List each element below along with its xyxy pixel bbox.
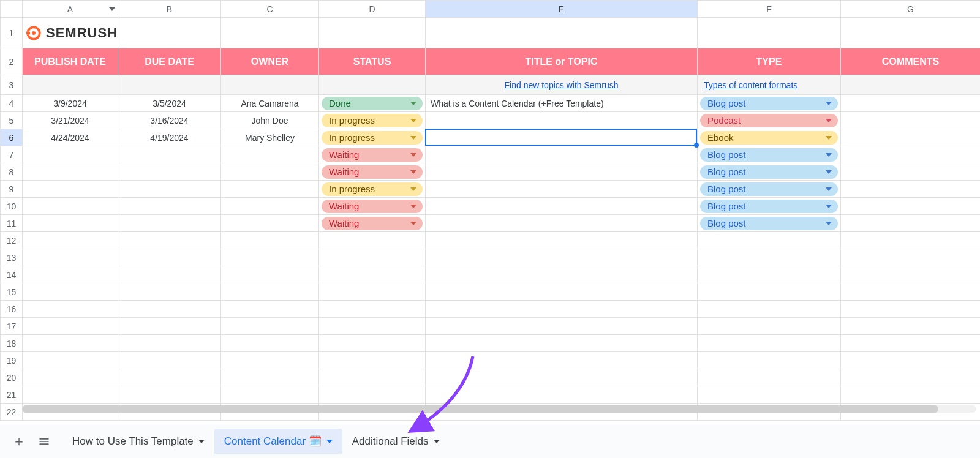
cell-E9[interactable] — [426, 181, 698, 198]
cell-C6[interactable]: Mary Shelley — [221, 129, 319, 146]
cell-E1[interactable] — [426, 18, 698, 48]
cell-A17[interactable] — [23, 318, 118, 335]
row-header-19[interactable]: 19 — [1, 352, 23, 369]
cell-A5[interactable]: 3/21/2024 — [23, 112, 118, 129]
cell-A14[interactable] — [23, 266, 118, 283]
cell-F11[interactable]: Blog post — [698, 215, 841, 232]
chevron-down-icon[interactable] — [198, 440, 205, 443]
status-chip[interactable]: In progress — [322, 114, 423, 127]
cell-G8[interactable] — [841, 163, 981, 181]
add-sheet-button[interactable]: ＋ — [6, 429, 32, 454]
cell-D19[interactable] — [319, 352, 426, 369]
status-chip[interactable]: Done — [322, 97, 423, 110]
status-chip[interactable]: In progress — [322, 182, 423, 196]
cell-E20[interactable] — [426, 369, 698, 386]
link-content-formats[interactable]: Types of content formats — [698, 75, 841, 95]
cell-E8[interactable] — [426, 163, 698, 181]
cell-G18[interactable] — [841, 335, 981, 352]
cell-E11[interactable] — [426, 215, 698, 232]
header-title[interactable]: TITLE or TOPIC — [426, 48, 698, 75]
cell-C18[interactable] — [221, 335, 319, 352]
cell-B12[interactable] — [118, 232, 221, 249]
cell-D15[interactable] — [319, 283, 426, 301]
cell-E5[interactable] — [426, 112, 698, 129]
status-chip[interactable]: Waiting — [322, 148, 423, 162]
type-chip[interactable]: Blog post — [700, 182, 838, 196]
row-header-6[interactable]: 6 — [1, 129, 23, 146]
cell-G12[interactable] — [841, 232, 981, 249]
cell-G13[interactable] — [841, 249, 981, 266]
cell-D6[interactable]: In progress — [319, 129, 426, 146]
cell-E19[interactable] — [426, 352, 698, 369]
tab-additional-fields[interactable]: Additional Fields — [342, 429, 450, 454]
cell-G15[interactable] — [841, 283, 981, 301]
cell-D8[interactable]: Waiting — [319, 163, 426, 181]
row-header-3[interactable]: 3 — [1, 75, 23, 95]
cell-E18[interactable] — [426, 335, 698, 352]
cell-C16[interactable] — [221, 301, 319, 318]
row-header-8[interactable]: 8 — [1, 163, 23, 181]
cell-A13[interactable] — [23, 249, 118, 266]
cell-G20[interactable] — [841, 369, 981, 386]
cell-G9[interactable] — [841, 181, 981, 198]
cell-A8[interactable] — [23, 163, 118, 181]
chevron-down-icon[interactable] — [434, 440, 440, 443]
cell-B8[interactable] — [118, 163, 221, 181]
type-chip[interactable]: Blog post — [700, 97, 838, 110]
header-due-date[interactable]: DUE DATE — [118, 48, 221, 75]
row-header-5[interactable]: 5 — [1, 112, 23, 129]
cell-F7[interactable]: Blog post — [698, 146, 841, 163]
cell-E21[interactable] — [426, 386, 698, 404]
cell-D3[interactable] — [319, 75, 426, 95]
row-header-13[interactable]: 13 — [1, 249, 23, 266]
cell-E14[interactable] — [426, 266, 698, 283]
cell-D12[interactable] — [319, 232, 426, 249]
type-chip[interactable]: Ebook — [700, 131, 838, 145]
cell-C4[interactable]: Ana Camarena — [221, 95, 319, 112]
cell-A4[interactable]: 3/9/2024 — [23, 95, 118, 112]
cell-C1[interactable] — [221, 18, 319, 48]
row-header-16[interactable]: 16 — [1, 301, 23, 318]
tab-content-calendar[interactable]: Content Calendar 🗓️ — [214, 429, 342, 454]
cell-A18[interactable] — [23, 335, 118, 352]
cell-G6[interactable] — [841, 129, 981, 146]
cell-F13[interactable] — [698, 249, 841, 266]
column-header-e[interactable]: E — [426, 1, 698, 18]
cell-G19[interactable] — [841, 352, 981, 369]
cell-D17[interactable] — [319, 318, 426, 335]
column-header-d[interactable]: D — [319, 1, 426, 18]
cell-D11[interactable]: Waiting — [319, 215, 426, 232]
cell-D1[interactable] — [319, 18, 426, 48]
cell-F21[interactable] — [698, 386, 841, 404]
cell-B1[interactable] — [118, 18, 221, 48]
cell-A15[interactable] — [23, 283, 118, 301]
cell-A20[interactable] — [23, 369, 118, 386]
row-header-12[interactable]: 12 — [1, 232, 23, 249]
row-header-22[interactable]: 22 — [1, 404, 23, 421]
column-header-b[interactable]: B — [118, 1, 221, 18]
cell-F10[interactable]: Blog post — [698, 198, 841, 215]
cell-A3[interactable] — [23, 75, 118, 95]
cell-F4[interactable]: Blog post — [698, 95, 841, 112]
row-header-17[interactable]: 17 — [1, 318, 23, 335]
cell-D7[interactable]: Waiting — [319, 146, 426, 163]
cell-D5[interactable]: In progress — [319, 112, 426, 129]
row-header-18[interactable]: 18 — [1, 335, 23, 352]
header-owner[interactable]: OWNER — [221, 48, 319, 75]
cell-A21[interactable] — [23, 386, 118, 404]
cell-G21[interactable] — [841, 386, 981, 404]
cell-C11[interactable] — [221, 215, 319, 232]
column-header-f[interactable]: F — [698, 1, 841, 18]
header-status[interactable]: STATUS — [319, 48, 426, 75]
cell-C15[interactable] — [221, 283, 319, 301]
cell-C5[interactable]: John Doe — [221, 112, 319, 129]
row-header-9[interactable]: 9 — [1, 181, 23, 198]
cell-G5[interactable] — [841, 112, 981, 129]
row-header-4[interactable]: 4 — [1, 95, 23, 112]
cell-C3[interactable] — [221, 75, 319, 95]
cell-E10[interactable] — [426, 198, 698, 215]
cell-F15[interactable] — [698, 283, 841, 301]
cell-F6[interactable]: Ebook — [698, 129, 841, 146]
header-comments[interactable]: COMMENTS — [841, 48, 981, 75]
horizontal-scrollbar-thumb[interactable] — [22, 405, 938, 413]
